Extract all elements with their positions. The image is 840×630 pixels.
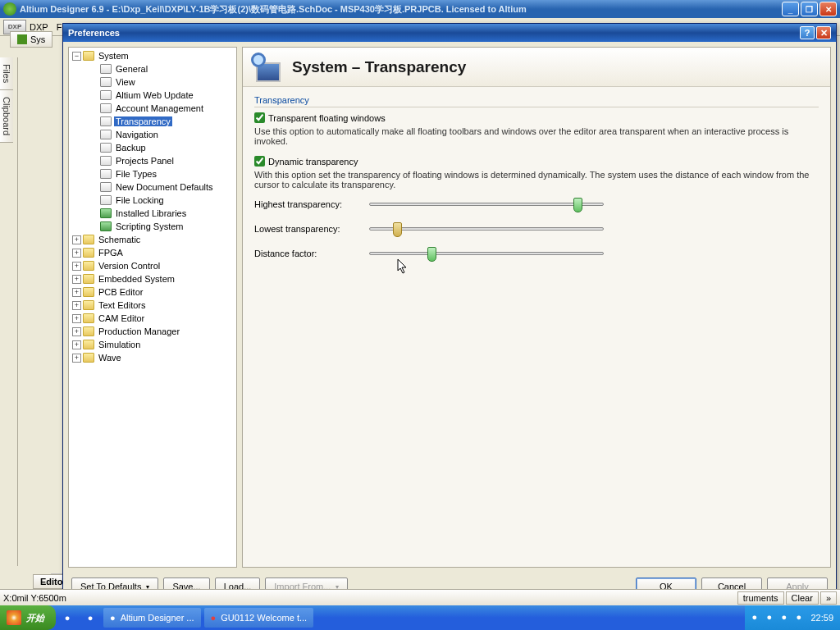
window-restore-button[interactable]: ❐ [801,2,818,16]
tree-fpga[interactable]: +FPGA [71,246,235,259]
windows-logo-icon [7,610,21,625]
taskbar: 开始 ● ● ●Altium Designer ... ●GU0112 Welc… [0,605,840,630]
start-label: 开始 [26,612,44,624]
tree-projects-panel[interactable]: Projects Panel [71,154,235,167]
tree-schematic[interactable]: +Schematic [71,233,235,246]
dialog-title: Preferences [68,28,798,38]
window-minimize-button[interactable]: _ [782,2,799,16]
tree-navigation[interactable]: Navigation [71,128,235,141]
quick-launch-1[interactable]: ● [57,608,77,628]
dialog-close-button[interactable]: ✕ [816,26,831,39]
tree-system[interactable]: −System [71,49,235,62]
tree-new-doc[interactable]: New Document Defaults [71,180,235,194]
left-panel-clipboard[interactable]: Clipboard [0,90,13,143]
system-tray[interactable]: ● ● ● ● 22:59 [745,605,840,630]
tree-text-editors[interactable]: +Text Editors [71,299,235,312]
tree-installed-libs[interactable]: Installed Libraries [71,207,235,220]
dynamic-transparency-desc: With this option set the transparency of… [254,170,819,189]
coord-readout: X:0mil Y:6500m [3,593,66,603]
lowest-transparency-label: Lowest transparency: [254,224,369,234]
tray-icon[interactable]: ● [751,612,763,623]
tree-simulation[interactable]: +Simulation [71,338,235,351]
highest-transparency-label: Highest transparency: [254,199,369,209]
app-icon [3,2,16,16]
dialog-help-button[interactable]: ? [800,26,815,39]
tree-production[interactable]: +Production Manager [71,325,235,338]
taskbar-item-altium[interactable]: ●Altium Designer ... [103,608,201,628]
tree-backup[interactable]: Backup [71,141,235,154]
menu-dxp[interactable]: DXP [30,22,48,32]
tree-wave[interactable]: +Wave [71,351,235,364]
tree-altium-web[interactable]: Altium Web Update [71,89,235,102]
preferences-content: System – Transparency Transparency Trans… [242,47,831,568]
app-title: Altium Designer 6.9 - E:\Dxp_Keil\DXP\LY… [20,3,782,16]
tray-icon[interactable]: ● [796,612,807,623]
tree-pcb-editor[interactable]: +PCB Editor [71,285,235,299]
dialog-titlebar[interactable]: Preferences ? ✕ [63,24,836,42]
tree-file-locking[interactable]: File Locking [71,194,235,207]
dynamic-transparency-label: Dynamic transparency [268,157,358,167]
status-bar: X:0mil Y:6500m truments Clear » [0,589,840,605]
content-header-title: System – Transparency [292,58,466,76]
tree-scripting[interactable]: Scripting System [71,220,235,233]
left-panel-files[interactable]: Files [0,57,13,90]
status-clear[interactable]: Clear [786,591,819,605]
quick-launch-2[interactable]: ● [80,608,100,628]
tree-transparency[interactable]: Transparency [71,115,235,128]
tray-clock: 22:59 [810,613,833,623]
tree-embedded[interactable]: +Embedded System [71,272,235,285]
tree-cam-editor[interactable]: +CAM Editor [71,312,235,325]
preferences-tree[interactable]: −System General View Altium Web Update A… [68,47,237,568]
document-tab[interactable]: Sys [10,31,52,48]
transparent-floating-desc: Use this option to automatically make al… [254,126,819,146]
lowest-transparency-slider[interactable] [369,227,604,231]
distance-factor-slider[interactable] [369,252,604,255]
distance-factor-label: Distance factor: [254,249,369,258]
tray-icon[interactable]: ● [766,612,778,623]
document-icon [17,34,27,44]
taskbar-item-pdf[interactable]: ●GU0112 Welcome t... [204,608,314,628]
start-button[interactable]: 开始 [0,605,56,630]
transparent-floating-label: Transparent floating windows [268,113,386,123]
document-tab-label: Sys [30,34,45,44]
preferences-dialog: Preferences ? ✕ −System General View Alt… [62,23,837,601]
status-instruments[interactable]: truments [737,591,784,605]
tree-account[interactable]: Account Management [71,102,235,115]
section-title: Transparency [254,95,819,107]
tree-version-control[interactable]: +Version Control [71,259,235,272]
app-titlebar: Altium Designer 6.9 - E:\Dxp_Keil\DXP\LY… [0,0,840,18]
tree-view[interactable]: View [71,75,235,89]
magnifier-monitor-icon [251,52,284,82]
tree-general[interactable]: General [71,62,235,75]
tree-file-types[interactable]: File Types [71,167,235,180]
dynamic-transparency-checkbox[interactable] [254,156,265,167]
highest-transparency-slider[interactable] [369,203,604,206]
window-close-button[interactable]: ✕ [819,2,837,16]
transparent-floating-checkbox[interactable] [254,112,265,123]
status-more[interactable]: » [820,591,837,605]
tray-icon[interactable]: ● [781,612,792,623]
